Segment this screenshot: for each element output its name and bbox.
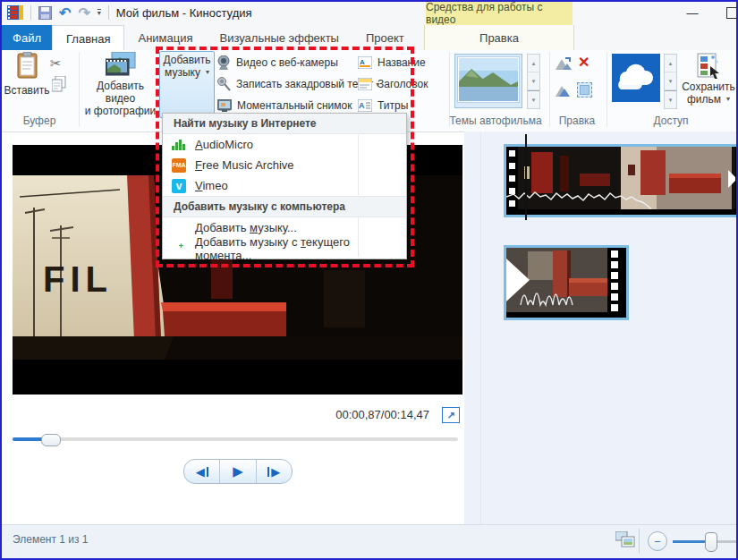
clip-2-thumbnail — [506, 248, 621, 312]
spin-more-icon[interactable]: ▼ — [528, 90, 539, 108]
spin-down-icon[interactable]: ▼ — [528, 72, 539, 90]
minimize-button[interactable]: — — [681, 5, 704, 20]
playback-time: 00:00,87/00:14,47 — [295, 408, 429, 421]
tab-file[interactable]: Файл — [2, 25, 52, 50]
next-frame-button[interactable]: ▶ — [256, 460, 292, 483]
timeline-clip-2[interactable] — [504, 245, 629, 320]
chevron-down-icon: ▾ — [411, 102, 414, 110]
clipboard-group-label: Буфер — [0, 115, 79, 129]
tab-edit-contextual[interactable]: Правка — [424, 25, 574, 50]
tab-project[interactable]: Проект — [352, 25, 418, 50]
seek-slider-thumb[interactable] — [41, 434, 61, 446]
menu-item-add-music-current-point[interactable]: + Добавить музыку с текущего момента... — [163, 238, 406, 259]
title-button[interactable]: A Название — [358, 52, 426, 73]
qat-separator — [108, 5, 109, 20]
copy-button[interactable] — [52, 76, 66, 95]
transport-controls: ◀ ▶ ▶ — [183, 459, 293, 484]
vimeo-icon: v — [172, 179, 186, 193]
save-icon — [38, 6, 52, 20]
add-music-button[interactable]: Добавить музыку ▾ — [159, 51, 215, 118]
zoom-out-button[interactable]: − — [648, 531, 667, 551]
share-group-label: Доступ — [607, 115, 735, 129]
title-icon: A — [358, 56, 372, 69]
maximize-button[interactable] — [726, 7, 738, 19]
play-button[interactable]: ▶ — [219, 460, 255, 483]
qat-customize-button[interactable]: ▾ — [98, 3, 101, 22]
theme-scroll-spinner[interactable]: ▲ ▼ ▼ — [527, 54, 540, 109]
qat-separator — [30, 5, 31, 20]
status-separator — [639, 529, 640, 554]
zoom-slider-thumb[interactable] — [705, 532, 717, 552]
menu-item-label: Free Music Archive — [195, 158, 294, 172]
fullscreen-preview-button[interactable]: ↗ — [442, 407, 460, 423]
window-title: Мой фильм - Киностудия — [116, 6, 252, 20]
frame-bar-icon — [267, 467, 269, 477]
previous-frame-button[interactable]: ◀ — [184, 460, 219, 483]
snapshot-label: Моментальный снимок — [237, 99, 352, 112]
svg-text:FIL: FIL — [43, 259, 113, 299]
spin-down-icon[interactable]: ▼ — [665, 72, 676, 90]
webcam-label: Видео с веб-камеры — [236, 56, 338, 69]
rotate-right-button[interactable] — [555, 82, 573, 101]
zoom-slider-fill[interactable] — [673, 540, 708, 543]
chevron-down-icon: ▾ — [726, 93, 730, 106]
delete-button[interactable]: ✕ — [578, 55, 590, 70]
add-video-button[interactable]: Добавить видео и фотографии — [82, 52, 158, 117]
add-music-label-line2: музыку — [165, 66, 200, 79]
save-movie-icon — [696, 52, 721, 79]
undo-button[interactable]: ↶ — [59, 3, 71, 22]
select-button[interactable] — [577, 82, 592, 98]
rotate-left-icon — [555, 55, 573, 72]
add-music-label-line1: Добавить — [163, 54, 210, 66]
onedrive-share-button[interactable] — [612, 54, 660, 105]
paste-label: Вставить — [4, 84, 50, 97]
save-button[interactable] — [38, 3, 52, 22]
record-narration-button[interactable]: Записать закадровый текст ▾ — [217, 73, 379, 95]
menu-item-audiomicro[interactable]: AudioMicro — [163, 134, 406, 155]
thumbnail-size-icon — [615, 531, 635, 547]
spin-more-icon[interactable]: ▼ — [665, 90, 676, 108]
caption-label: Заголовок — [377, 78, 428, 90]
webcam-video-button[interactable]: Видео с веб-камеры — [217, 52, 338, 73]
rotate-left-button[interactable] — [555, 55, 573, 74]
paste-button[interactable]: Вставить — [5, 52, 48, 97]
add-music-dropdown-menu: Найти музыку в Интернете AudioMicro FMA … — [162, 113, 407, 259]
menu-item-free-music-archive[interactable]: FMA Free Music Archive — [163, 155, 406, 175]
title-label: Название — [377, 56, 426, 69]
tab-home[interactable]: Главная — [52, 25, 124, 51]
menu-item-label: Добавить музыку... — [195, 221, 297, 234]
tab-visual-effects[interactable]: Визуальные эффекты — [207, 25, 352, 50]
caption-icon — [358, 78, 372, 90]
selection-icon — [577, 82, 592, 98]
menu-item-vimeo[interactable]: v Vimeo — [163, 175, 406, 196]
playhead-marker[interactable] — [525, 134, 527, 220]
menu-item-label: AudioMicro — [195, 138, 253, 151]
chevron-down-icon: ▾ — [206, 66, 209, 79]
tab-animation[interactable]: Анимация — [124, 25, 206, 50]
share-scroll-spinner[interactable]: ▲ ▼ ▼ — [664, 54, 677, 109]
audiomicro-icon — [163, 140, 195, 150]
menu-item-label: Vimeo — [195, 179, 228, 192]
credits-icon: A — [358, 99, 372, 112]
contextual-tools-badge: Средства для работы с видео — [426, 2, 573, 25]
spin-up-icon[interactable]: ▲ — [665, 55, 676, 72]
thumbnail-size-button[interactable] — [615, 531, 635, 550]
autofilm-theme-button[interactable] — [454, 54, 522, 108]
save-movie-button[interactable]: Сохранить фильм ▾ — [682, 52, 735, 106]
credits-label: Титры — [377, 99, 408, 112]
app-icon — [7, 5, 23, 20]
save-movie-label-line2: фильм — [687, 93, 721, 106]
theme-thumbnail — [458, 57, 519, 102]
redo-button[interactable]: ↷ — [78, 3, 89, 22]
menu-header-online: Найти музыку в Интернете — [163, 114, 406, 134]
movie-maker-window: ↶ ↷ ▾ Мой фильм - Киностудия Средства дл… — [0, 0, 738, 560]
rotate-right-icon — [555, 82, 573, 98]
seek-slider-track[interactable] — [13, 437, 458, 441]
redo-icon: ↷ — [78, 4, 89, 21]
caption-button[interactable]: Заголовок — [358, 73, 428, 95]
timeline-clip-1[interactable] — [504, 144, 738, 217]
spin-up-icon[interactable]: ▲ — [528, 55, 539, 72]
item-count-label: Элемент 1 из 1 — [13, 533, 89, 546]
cut-button[interactable]: ✂ — [50, 54, 62, 73]
clip-1-thumbnail — [506, 147, 735, 209]
